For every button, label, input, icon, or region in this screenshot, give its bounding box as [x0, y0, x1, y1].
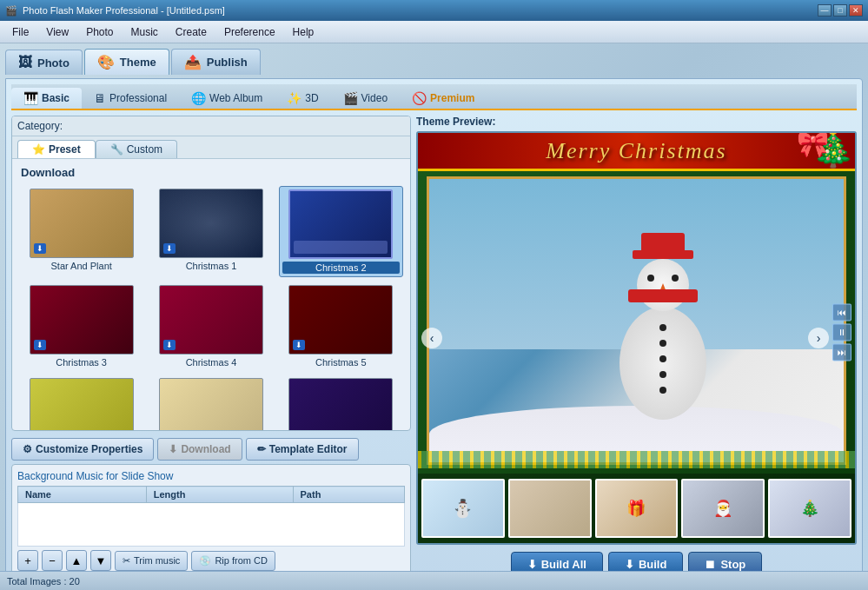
- theme-item-row3b[interactable]: ⬇: [149, 375, 273, 430]
- theme-item-christmas4[interactable]: ⬇ Christmas 4: [149, 282, 273, 370]
- theme-item-row3a[interactable]: ⬇: [19, 375, 143, 430]
- menu-photo[interactable]: Photo: [77, 24, 122, 40]
- snowman-body: [620, 307, 706, 420]
- theme-item-christmas3[interactable]: ⬇ Christmas 3: [19, 282, 143, 370]
- add-music-btn[interactable]: +: [17, 550, 38, 571]
- preview-nav-left[interactable]: ‹: [421, 328, 442, 348]
- theme-thumb-row3b: ⬇: [159, 378, 263, 430]
- preview-play-controls: ⏮ ⏸ ⏭: [832, 303, 851, 361]
- tab-publish[interactable]: 📤 Publish: [171, 49, 261, 75]
- merry-christmas-text: Merry Christmas: [546, 138, 726, 164]
- preview-nav-right[interactable]: ›: [808, 328, 829, 348]
- titlebar: 🎬 Photo Flash Maker Professional - [Unti…: [0, 0, 868, 21]
- photo-strip: ⛄ 🎁: [418, 474, 855, 543]
- add-icon: +: [24, 554, 31, 567]
- down-arrow-icon: ▼: [96, 554, 107, 567]
- menu-preference[interactable]: Preference: [215, 24, 284, 40]
- snowman-head: [637, 259, 689, 311]
- photo-thumb-3: 🎁: [595, 479, 679, 538]
- video-icon: 🎬: [343, 91, 358, 105]
- rip-label: Rip from CD: [215, 555, 268, 566]
- theme-thumb-xmas1: ⬇: [159, 189, 263, 258]
- theme-thumb-row3c: ⬇: [288, 378, 393, 430]
- subtab-professional[interactable]: 🖥 Professional: [82, 88, 179, 109]
- theme-item-christmas2[interactable]: Christmas 2: [279, 186, 403, 277]
- category-bar: Category:: [12, 116, 410, 136]
- professional-icon: 🖥: [94, 91, 106, 105]
- statusbar: Total Images : 20: [0, 571, 868, 590]
- subtab-premium[interactable]: 🚫 Premium: [400, 88, 487, 109]
- title-text: Photo Flash Maker Professional - [Untitl…: [23, 5, 818, 16]
- template-editor-label: Template Editor: [269, 443, 348, 455]
- theme-label-xmas3: Christmas 3: [56, 357, 107, 368]
- btn-dot-2: [659, 340, 666, 347]
- theme-scroll-area[interactable]: Download ⬇ Star And Plant: [12, 159, 410, 430]
- col-name: Name: [18, 487, 147, 503]
- preset-tab-label: Preset: [49, 143, 81, 156]
- download-btn[interactable]: ⬇ Download: [157, 438, 242, 461]
- subtab-basic[interactable]: 🎹 Basic: [11, 88, 82, 109]
- santa-icon-thumb: 🎅: [713, 499, 732, 518]
- download-label: Download: [181, 443, 230, 455]
- template-editor-btn[interactable]: ✏ Template Editor: [246, 438, 359, 461]
- play-skip-back-btn[interactable]: ⏮: [832, 303, 851, 321]
- music-panel-title: Background Music for Slide Show: [17, 470, 405, 482]
- theme-thumb-xmas4: ⬇: [159, 285, 263, 355]
- cd-icon: 💿: [199, 555, 211, 567]
- download-icon-xmas5: ⬇: [293, 340, 305, 350]
- tab-photo[interactable]: 🖼 Photo: [5, 50, 83, 75]
- theme-item-row3c[interactable]: ⬇: [279, 375, 403, 430]
- preset-tab[interactable]: ⭐ Preset: [17, 140, 96, 158]
- subtab-video[interactable]: 🎬 Video: [331, 88, 400, 109]
- rip-cd-btn[interactable]: 💿 Rip from CD: [191, 551, 275, 571]
- left-panel: Category: ⭐ Preset 🔧 Custom Downlo: [11, 116, 411, 577]
- photo-thumb-4: 🎅: [681, 479, 765, 538]
- play-skip-forward-btn[interactable]: ⏭: [832, 343, 851, 361]
- theme-thumb-xmas3: ⬇: [30, 285, 134, 355]
- template-editor-icon: ✏: [257, 443, 266, 455]
- theme-item-christmas5[interactable]: ⬇ Christmas 5: [279, 282, 403, 370]
- subtab-3d-label: 3D: [305, 92, 318, 104]
- theme-item-star-plant[interactable]: ⬇ Star And Plant: [19, 186, 143, 277]
- status-text: Total Images : 20: [7, 576, 80, 587]
- build-label: Build: [639, 558, 667, 571]
- build-all-label: Build All: [541, 558, 586, 571]
- menu-help[interactable]: Help: [284, 24, 323, 40]
- minus-icon: −: [49, 554, 56, 567]
- download-icon-xmas3: ⬇: [34, 340, 46, 350]
- subtab-webalbum[interactable]: 🌐 Web Album: [179, 88, 275, 109]
- preset-custom-tabs: ⭐ Preset 🔧 Custom: [12, 136, 410, 159]
- custom-tab[interactable]: 🔧 Custom: [96, 140, 177, 158]
- maximize-button[interactable]: □: [833, 4, 847, 17]
- btn-dot-4: [659, 371, 666, 378]
- subtab-3d[interactable]: ✨ 3D: [275, 88, 330, 109]
- menu-create[interactable]: Create: [167, 24, 215, 40]
- move-down-btn[interactable]: ▼: [90, 550, 111, 571]
- theme-item-christmas1[interactable]: ⬇ Christmas 1: [149, 186, 273, 277]
- trim-music-btn[interactable]: ✂ Trim music: [115, 551, 188, 571]
- move-up-btn[interactable]: ▲: [66, 550, 87, 571]
- tab-theme[interactable]: 🎨 Theme: [84, 49, 169, 75]
- btn-dot-1: [659, 324, 666, 331]
- remove-music-btn[interactable]: −: [42, 550, 63, 571]
- photo-thumb-2: [508, 479, 592, 538]
- snowman-buttons: [659, 324, 666, 394]
- theme-label-xmas1: Christmas 1: [186, 261, 237, 271]
- minimize-button[interactable]: —: [818, 4, 832, 17]
- preview-header: Merry Christmas 🎄 🎀: [418, 133, 855, 171]
- close-button[interactable]: ✕: [849, 4, 863, 17]
- trim-icon: ✂: [123, 555, 130, 567]
- customize-btn[interactable]: ⚙ Customize Properties: [11, 438, 154, 461]
- snowman-group: [620, 307, 706, 420]
- menu-music[interactable]: Music: [123, 24, 167, 40]
- preview-background: Merry Christmas 🎄 🎀: [418, 133, 855, 543]
- trim-label: Trim music: [134, 555, 180, 566]
- play-pause-btn[interactable]: ⏸: [832, 323, 851, 341]
- menu-file[interactable]: File: [3, 24, 37, 40]
- music-panel: Background Music for Slide Show Name Len…: [11, 464, 411, 577]
- theme-grid: ⬇ Star And Plant ⬇ Christmas 1: [16, 182, 407, 430]
- photo-tab-icon: 🖼: [18, 55, 32, 70]
- menu-view[interactable]: View: [37, 24, 77, 40]
- theme-label-xmas5: Christmas 5: [315, 357, 367, 368]
- tab-publish-label: Publish: [207, 56, 248, 69]
